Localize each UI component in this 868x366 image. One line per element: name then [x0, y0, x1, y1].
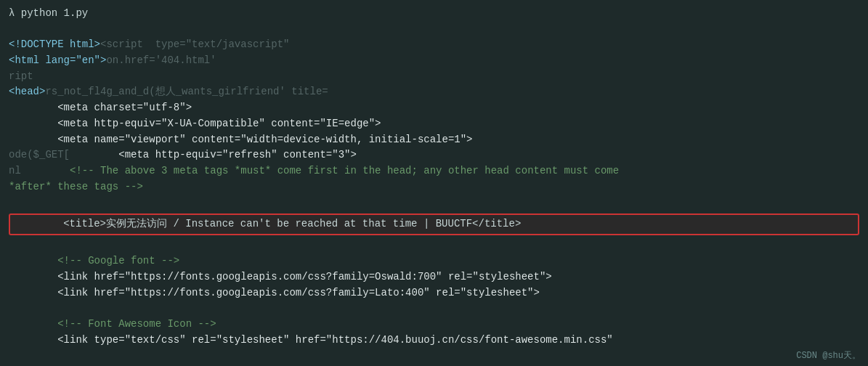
line-meta-charset: <meta charset="utf-8"> — [9, 100, 859, 116]
line-1: λ python 1.py — [9, 6, 859, 22]
comment-above-3: <!-- The above 3 meta tags *must* come f… — [21, 165, 619, 176]
line-link-lato: <link href="https://fonts.googleapis.com… — [9, 285, 859, 301]
line-google-font-comment: <!-- Google font --> — [9, 253, 859, 269]
line-blank-4 — [9, 301, 859, 317]
line-blank-3 — [9, 238, 859, 254]
line-blank-2 — [9, 195, 859, 211]
dim-ode: ode($_GET[ — [9, 149, 70, 160]
line-6: <head>rs_not_fl4g_and_d(想人_wants_girlfri… — [9, 84, 859, 100]
dim-head-extra: rs_not_fl4g_and_d(想人_wants_girlfriend' t… — [45, 86, 328, 97]
line-3: <!DOCTYPE html><script type="text/javasc… — [9, 37, 859, 53]
line-meta-viewport: <meta name="viewport" content="width=dev… — [9, 132, 859, 148]
line-comment-above: nl <!-- The above 3 meta tags *must* com… — [9, 163, 859, 179]
dim-nl: nl — [9, 165, 21, 176]
html-tag: <html lang="en"> — [9, 54, 106, 66]
line-meta-refresh: ode($_GET[ <meta http-equiv="refresh" co… — [9, 147, 859, 163]
line-meta-compat: <meta http-equiv="X-UA-Compatible" conte… — [9, 116, 859, 132]
meta-refresh-tag: <meta http-equiv="refresh" content="3"> — [70, 149, 357, 160]
line-blank-1 — [9, 22, 859, 38]
line-comment-after: *after* these tags --> — [9, 179, 859, 195]
doctype-tag: <!DOCTYPE html> — [9, 38, 100, 50]
head-tag: <head> — [9, 86, 45, 97]
line-4: <html lang="en">on.href='404.html' — [9, 53, 859, 69]
line-link-fontawesome: <link type="text/css" rel="stylesheet" h… — [9, 333, 859, 349]
title-line: <title>实例无法访问 / Instance can't be reache… — [9, 214, 859, 235]
code-viewer: λ python 1.py <!DOCTYPE html><script typ… — [0, 0, 868, 354]
line-link-oswald: <link href="https://fonts.googleapis.com… — [9, 269, 859, 285]
line-5: ript — [9, 69, 859, 85]
watermark: CSDN @shu天。 — [796, 349, 861, 362]
dim-script: <script type="text/javascript" — [100, 38, 289, 50]
dim-onhref: on.href='404.html' — [106, 54, 216, 66]
line-fontawesome-comment: <!-- Font Awesome Icon --> — [9, 317, 859, 333]
